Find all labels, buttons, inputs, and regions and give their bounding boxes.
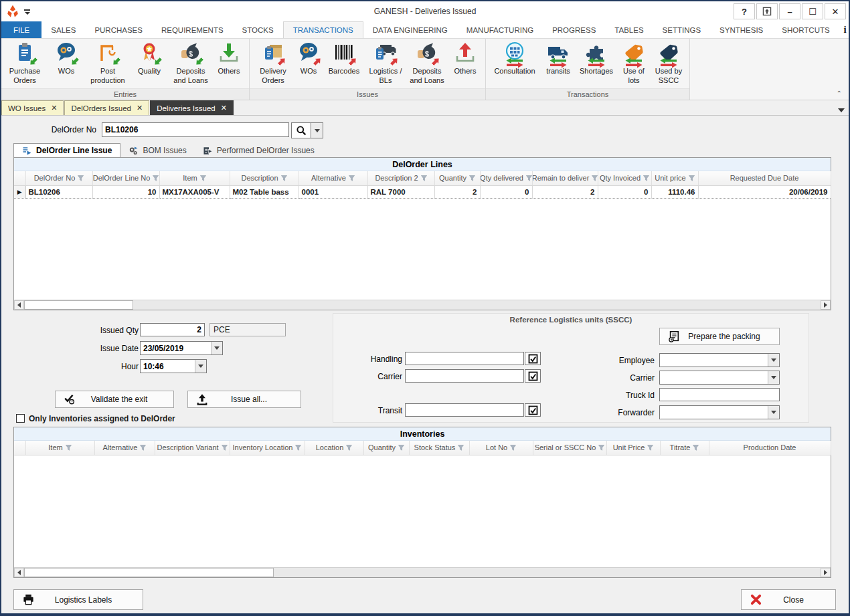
filter-icon[interactable] [66, 445, 72, 451]
maximize-button[interactable]: ☐ [802, 3, 823, 19]
filter-icon[interactable] [153, 175, 159, 181]
wos-entry-button[interactable]: WOs [46, 40, 87, 76]
shortages-button[interactable]: Shortages [576, 40, 617, 76]
column-header[interactable]: Quantity [434, 171, 480, 185]
quality-button[interactable]: Quality [129, 40, 170, 76]
deposits-loans-issue-button[interactable]: Deposits and Loans [406, 40, 448, 86]
filter-icon[interactable] [398, 445, 404, 451]
column-header[interactable]: Alternative [299, 171, 367, 185]
menu-tab-shortcuts[interactable]: SHORTCUTS [772, 21, 839, 38]
logistics-bls-button[interactable]: Logistics / BLs [365, 40, 406, 86]
used-by-sscc-button[interactable]: Used by SSCC [651, 40, 687, 86]
filter-icon[interactable] [592, 175, 598, 181]
menu-tab-sales[interactable]: SALES [41, 21, 85, 38]
only-assigned-checkbox[interactable] [16, 414, 25, 423]
menu-tab-data-engineering[interactable]: DATA ENGINEERING [363, 21, 457, 38]
column-header[interactable]: Item [159, 171, 230, 185]
filter-icon[interactable] [643, 175, 649, 181]
issued-qty-input[interactable] [140, 323, 205, 336]
scroll-left-icon[interactable] [14, 568, 24, 577]
help-button[interactable]: ? [734, 3, 755, 19]
column-header[interactable]: DelOrder Line No [92, 171, 159, 185]
pin-ribbon-button[interactable] [756, 3, 778, 19]
column-header[interactable]: Qty Invoiced [598, 171, 651, 185]
column-header[interactable]: Qty delivered [480, 171, 532, 185]
issue-all-button[interactable]: Issue all... [187, 391, 301, 408]
column-header[interactable]: Requested Due Date [698, 171, 831, 185]
menu-tab-settings[interactable]: SETTINGS [653, 21, 711, 38]
tab-close-icon[interactable]: ✕ [51, 104, 57, 112]
transit-input[interactable] [405, 403, 524, 417]
carrier2-input[interactable] [660, 371, 768, 384]
search-dropdown-button[interactable] [311, 122, 323, 138]
column-header[interactable]: Description Variant [155, 441, 230, 455]
wos-issue-button[interactable]: WOs [294, 40, 323, 76]
search-button[interactable] [291, 122, 323, 138]
menu-tab-file[interactable]: FILE [1, 21, 41, 38]
filter-icon[interactable] [469, 175, 475, 181]
hour-input[interactable] [141, 360, 195, 373]
issue-date-picker[interactable] [140, 341, 223, 355]
column-header[interactable]: Serial or SSCC No [533, 441, 606, 455]
tab-bom-issues[interactable]: BOM Issues [120, 143, 194, 158]
column-header[interactable]: Quantity [363, 441, 409, 455]
scroll-right-icon[interactable] [821, 568, 831, 577]
handling-validate-button[interactable] [525, 352, 541, 365]
column-header[interactable]: Description 2 [367, 171, 434, 185]
column-header[interactable]: Unit price [651, 171, 698, 185]
ribbon-collapse-icon[interactable]: ⌃ [837, 90, 842, 97]
filter-icon[interactable] [526, 175, 532, 181]
tab-list-dropdown-icon[interactable] [838, 108, 845, 112]
tab-close-icon[interactable]: ✕ [137, 104, 143, 112]
menu-tab-transactions[interactable]: TRANSACTIONS [283, 21, 363, 38]
menu-tab-purchases[interactable]: PURCHASES [85, 21, 152, 38]
doc-tab-deliveries-issued[interactable]: Deliveries Issued ✕ [150, 100, 234, 115]
doc-tab-delorders-issued[interactable]: DelOrders Issued ✕ [64, 100, 149, 115]
scroll-left-icon[interactable] [14, 300, 24, 310]
others-entry-button[interactable]: Others [211, 40, 246, 76]
column-header[interactable]: Alternative [94, 441, 155, 455]
filter-icon[interactable] [693, 445, 699, 451]
issue-date-input[interactable] [141, 342, 211, 354]
scrollbar-thumb[interactable] [24, 568, 274, 577]
deposits-loans-entry-button[interactable]: Deposits and Loans [170, 40, 211, 86]
filter-icon[interactable] [200, 175, 206, 181]
transits-button[interactable]: transits [541, 40, 576, 76]
column-header[interactable]: Titrate [660, 441, 709, 455]
filter-icon[interactable] [598, 445, 604, 451]
menu-tab-tables[interactable]: TABLES [605, 21, 653, 38]
menu-tab-manufacturing[interactable]: MANUFACTURING [457, 21, 543, 38]
filter-icon[interactable] [222, 445, 228, 451]
scroll-right-icon[interactable] [821, 300, 831, 310]
column-header[interactable]: Location [305, 441, 363, 455]
consultation-button[interactable]: Consultation [489, 40, 541, 76]
table-row[interactable]: ▶ BL10206 10 MX17AXA005-V M02 Table bass… [14, 185, 831, 198]
tab-close-icon[interactable]: ✕ [221, 104, 227, 112]
column-header[interactable]: Lot No [469, 441, 533, 455]
filter-icon[interactable] [421, 175, 427, 181]
use-of-lots-button[interactable]: Use of lots [617, 40, 651, 86]
filter-icon[interactable] [295, 445, 301, 451]
purchase-orders-button[interactable]: Purchase Orders [4, 40, 46, 86]
horizontal-scrollbar[interactable] [14, 300, 831, 310]
delorder-no-input[interactable] [102, 122, 289, 137]
menu-tab-progress[interactable]: PROGRESS [543, 21, 605, 38]
info-icon[interactable]: i [839, 24, 850, 36]
column-header[interactable]: DelOrder No [25, 171, 92, 185]
employee-select[interactable] [659, 353, 780, 367]
transit-validate-button[interactable] [525, 403, 541, 417]
handling-input[interactable] [405, 352, 524, 365]
forwarder-input[interactable] [660, 406, 768, 419]
prepare-packing-button[interactable]: Prepare the packing [659, 328, 780, 345]
close-button[interactable]: Close [741, 589, 836, 610]
horizontal-scrollbar[interactable] [14, 567, 831, 577]
doc-tab-wo-issues[interactable]: WO Issues ✕ [1, 100, 64, 115]
menu-tab-requirements[interactable]: REQUIREMENTS [152, 21, 233, 38]
filter-icon[interactable] [140, 445, 146, 451]
delivery-orders-button[interactable]: Delivery Orders [252, 40, 294, 86]
tab-delorder-line-issue[interactable]: DelOrder Line Issue [13, 143, 120, 158]
filter-icon[interactable] [510, 445, 516, 451]
column-header[interactable]: Remain to deliver [532, 171, 598, 185]
menu-tab-synthesis[interactable]: SYNTHESIS [710, 21, 772, 38]
filter-icon[interactable] [689, 175, 695, 181]
